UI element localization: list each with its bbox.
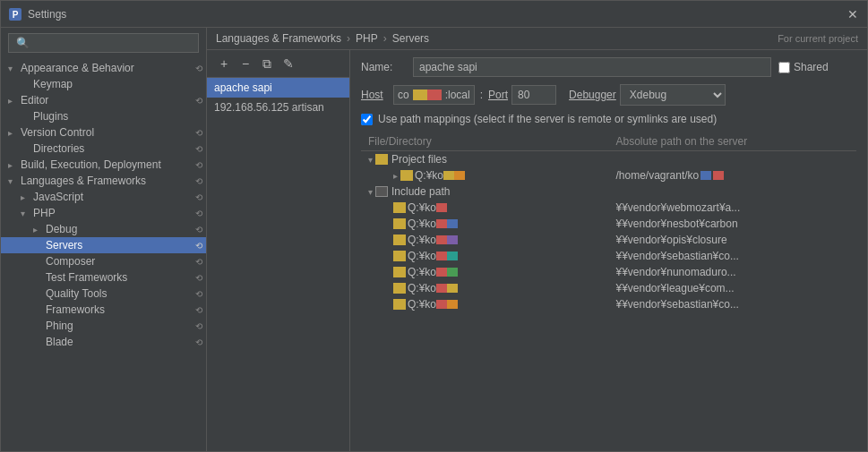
- server-item-label: 192.168.56.125 artisan: [214, 101, 324, 114]
- chevron-down-icon: ▾: [8, 176, 21, 186]
- breadcrumb-php[interactable]: PHP: [356, 32, 378, 45]
- sidebar-item-quality-tools[interactable]: Quality Tools ⟲: [1, 286, 206, 302]
- include-item-6: Q:¥ko: [368, 282, 602, 294]
- folder-icon: [393, 251, 406, 261]
- path-mappings-checkbox[interactable]: [361, 114, 373, 125]
- title-bar: P Settings ✕: [1, 1, 867, 28]
- sidebar-item-label: Quality Tools: [46, 287, 195, 300]
- collapse-icon[interactable]: ▾: [368, 155, 373, 165]
- sidebar-item-php[interactable]: ▾ PHP ⟲: [1, 205, 206, 221]
- sidebar-item-label: Build, Execution, Deployment: [21, 158, 195, 171]
- edit-server-button[interactable]: ✎: [279, 54, 298, 73]
- copy-server-button[interactable]: ⧉: [257, 54, 277, 73]
- sidebar-item-debug[interactable]: ▸ Debug ⟲: [1, 221, 206, 237]
- name-input[interactable]: [413, 57, 771, 77]
- include-path-section: ▾ Include path: [368, 185, 602, 198]
- sidebar-item-javascript[interactable]: ▸ JavaScript ⟲: [1, 189, 206, 205]
- server-list-panel: + − ⧉ ✎ apache sapi 192.168.56.125 artis…: [207, 50, 350, 451]
- sidebar-item-languages[interactable]: ▾ Languages & Frameworks ⟲: [1, 173, 206, 189]
- for-current-project: For current project: [778, 33, 858, 44]
- project-files-section: ▾ Project files: [368, 153, 602, 166]
- server-toolbar: + − ⧉ ✎: [207, 50, 349, 78]
- section-label: Include path: [391, 185, 450, 198]
- table-row[interactable]: Q:¥ko ¥¥vendor¥opis¥closure: [361, 232, 856, 248]
- breadcrumb-servers[interactable]: Servers: [392, 32, 429, 45]
- table-row[interactable]: Q:¥ko ¥¥vendor¥sebastian¥co...: [361, 296, 856, 312]
- sidebar-item-test-frameworks[interactable]: Test Frameworks ⟲: [1, 269, 206, 286]
- collapse-icon[interactable]: ▾: [368, 187, 373, 197]
- sidebar-item-version-control[interactable]: ▸ Version Control ⟲: [1, 124, 206, 141]
- settings-window: P Settings ✕ ▾ Appearance & Behavior ⟲: [0, 0, 868, 452]
- sidebar-item-keymap[interactable]: Keymap: [1, 76, 206, 92]
- shared-checkbox[interactable]: [778, 62, 790, 73]
- server-path: ¥¥vendor¥webmozart¥a...: [616, 201, 741, 214]
- swatch-red: [436, 252, 447, 260]
- folder-icon: [393, 235, 406, 245]
- folder-icon: [393, 202, 406, 213]
- sidebar-item-appearance[interactable]: ▾ Appearance & Behavior ⟲: [1, 60, 206, 76]
- sidebar-item-plugins[interactable]: Plugins: [1, 108, 206, 124]
- sync-icon: ⟲: [195, 241, 202, 251]
- server-item-apache[interactable]: apache sapi: [207, 78, 349, 98]
- shared-checkbox-group: Shared: [778, 61, 829, 73]
- include-icon: [375, 186, 388, 197]
- folder-icon: [393, 283, 406, 294]
- close-button[interactable]: ✕: [846, 7, 860, 21]
- host-prefix: co: [394, 86, 413, 104]
- host-port-row: Host co :local : Port: [361, 84, 856, 106]
- shared-label: Shared: [794, 61, 829, 73]
- port-group: Port: [488, 85, 556, 105]
- breadcrumb: Languages & Frameworks › PHP › Servers F…: [207, 28, 867, 50]
- table-row[interactable]: Q:¥ko ¥¥vendor¥webmozart¥a...: [361, 200, 856, 216]
- host-domain: :local: [442, 86, 474, 104]
- host-input-group: co :local: [393, 85, 475, 105]
- table-row[interactable]: Q:¥ko ¥¥vendor¥nunomaduro...: [361, 264, 856, 280]
- sidebar-item-label: Plugins: [33, 110, 206, 123]
- sidebar-item-label: Editor: [21, 94, 195, 107]
- table-row[interactable]: Q:¥ko ¥¥vendor¥league¥com...: [361, 280, 856, 296]
- col-file-directory: File/Directory: [361, 132, 609, 151]
- table-row[interactable]: Q:¥ko ¥¥vendor¥sebastian¥co...: [361, 248, 856, 264]
- sidebar-item-build[interactable]: ▸ Build, Execution, Deployment ⟲: [1, 157, 206, 173]
- sidebar-item-servers[interactable]: Servers ⟲: [1, 237, 206, 253]
- app-icon: P: [8, 7, 22, 21]
- file-name: Q:¥ko: [408, 217, 436, 230]
- server-item-artisan[interactable]: 192.168.56.125 artisan: [207, 98, 349, 117]
- sync-icon: ⟲: [195, 128, 202, 138]
- sidebar-item-composer[interactable]: Composer ⟲: [1, 253, 206, 269]
- table-row[interactable]: ▸ Q:¥ko /home/vagrant/ko: [361, 167, 856, 183]
- server-list: apache sapi 192.168.56.125 artisan: [207, 78, 349, 117]
- include-item-4: Q:¥ko: [368, 250, 602, 262]
- remove-server-button[interactable]: −: [236, 54, 255, 73]
- sync-icon: ⟲: [195, 64, 202, 73]
- sidebar-item-label: Keymap: [33, 78, 206, 90]
- chevron-right-icon: ▸: [8, 160, 21, 170]
- table-row: ▾ Project files: [361, 151, 856, 168]
- sidebar-item-directories[interactable]: Directories ⟲: [1, 141, 206, 157]
- sidebar-item-phing[interactable]: Phing ⟲: [1, 318, 206, 334]
- chevron-right-icon: ▸: [8, 128, 21, 138]
- sidebar-item-frameworks[interactable]: Frameworks ⟲: [1, 302, 206, 318]
- swatch-yellow: [447, 284, 458, 293]
- server-path: ¥¥vendor¥league¥com...: [616, 282, 735, 294]
- chevron-right-icon[interactable]: ▸: [393, 171, 398, 181]
- sidebar-item-blade[interactable]: Blade ⟲: [1, 334, 206, 350]
- add-server-button[interactable]: +: [214, 54, 234, 73]
- breadcrumb-languages[interactable]: Languages & Frameworks: [216, 32, 341, 45]
- sync-icon: ⟲: [195, 225, 202, 235]
- debugger-select[interactable]: Xdebug Zend Debugger: [620, 84, 726, 106]
- host-label: Host: [361, 89, 388, 101]
- title-bar-left: P Settings: [8, 7, 66, 21]
- table-row[interactable]: Q:¥ko ¥¥vendor¥nesbot¥carbon: [361, 216, 856, 232]
- detail-panel: Name: Shared Host co: [350, 50, 867, 451]
- file-name: Q:¥ko: [408, 266, 436, 278]
- search-box: [1, 28, 206, 58]
- file-name: Q:¥ko: [408, 298, 436, 311]
- swatch-red: [436, 284, 447, 293]
- search-input[interactable]: [8, 33, 199, 53]
- port-input[interactable]: [511, 85, 556, 105]
- file-name: Q:¥ko: [408, 282, 436, 294]
- sidebar-item-editor[interactable]: ▸ Editor ⟲: [1, 92, 206, 108]
- server-path: /home/vagrant/ko: [616, 169, 700, 182]
- swatch-blue: [700, 171, 711, 180]
